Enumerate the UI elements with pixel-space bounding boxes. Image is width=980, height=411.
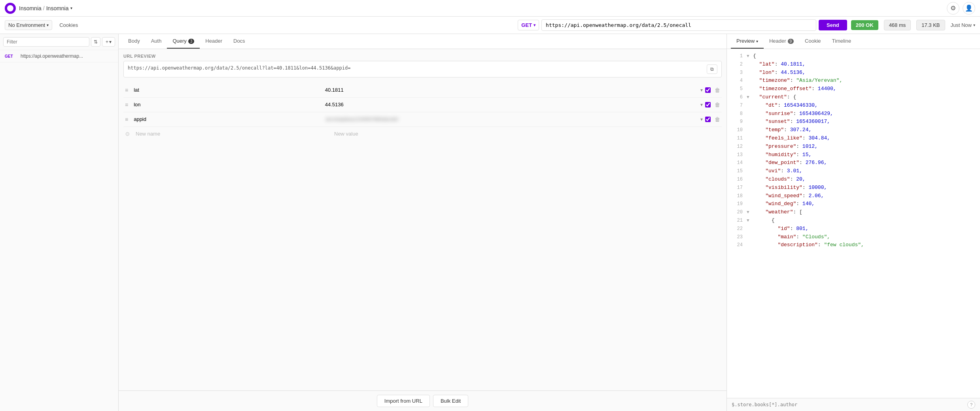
- toggle-button: [747, 185, 752, 192]
- response-tab-cookie[interactable]: Cookie: [799, 34, 826, 49]
- drag-handle-lon[interactable]: ≡: [123, 102, 130, 108]
- send-button[interactable]: Send: [819, 20, 847, 30]
- json-content: "dt": 1654346330,: [753, 102, 818, 110]
- cookies-button[interactable]: Cookies: [56, 21, 81, 30]
- preview-chevron: ▾: [756, 39, 758, 43]
- tab-query[interactable]: Query3: [167, 34, 200, 49]
- environment-selector[interactable]: No Environment ▾: [5, 20, 52, 30]
- main-layout: ⇅ + ▾ GET https://api.openweathermap... …: [0, 34, 980, 411]
- toggle-button[interactable]: ▼: [747, 209, 752, 216]
- json-line: 22 "id": 801,: [728, 225, 978, 233]
- line-number: 10: [732, 126, 743, 134]
- json-line: 15 "uvi": 3.01,: [728, 167, 978, 175]
- sidebar-request-item[interactable]: GET https://api.openweathermap...: [0, 50, 118, 62]
- app-logo[interactable]: [5, 3, 16, 14]
- query-bottom-bar: Import from URL Bulk Edit: [119, 390, 726, 411]
- method-selector[interactable]: GET ▾: [518, 20, 539, 30]
- tab-body[interactable]: Body: [123, 34, 146, 49]
- sidebar-filter-bar: ⇅ + ▾: [0, 34, 118, 50]
- param-dropdown-appid[interactable]: ▾: [700, 117, 703, 122]
- settings-icon[interactable]: ⚙: [947, 2, 959, 15]
- line-number: 15: [732, 168, 743, 175]
- workspace-chevron[interactable]: ▾: [70, 6, 72, 10]
- app-name: Insomnia: [19, 5, 42, 11]
- status-size-badge: 17.3 KB: [916, 20, 945, 30]
- param-delete-lon[interactable]: 🗑: [713, 102, 722, 108]
- new-param-value-input[interactable]: [333, 129, 722, 138]
- toggle-button[interactable]: ▼: [747, 94, 752, 101]
- toggle-button: [747, 234, 752, 241]
- toggle-button: [747, 160, 752, 167]
- json-content: "sunset": 1654360017,: [753, 118, 830, 126]
- jsonpath-input[interactable]: [732, 402, 967, 407]
- filter-input[interactable]: [3, 37, 89, 47]
- add-icon: +: [106, 39, 108, 45]
- json-content: "uvi": 3.01,: [753, 167, 802, 175]
- bulk-edit-button[interactable]: Bulk Edit: [433, 395, 468, 407]
- param-name-lon[interactable]: [132, 100, 321, 109]
- line-number: 19: [732, 200, 743, 208]
- json-line: 6▼ "current": {: [728, 93, 978, 102]
- toggle-button[interactable]: ▼: [747, 217, 752, 224]
- param-delete-appid[interactable]: 🗑: [713, 116, 722, 123]
- response-tab-preview[interactable]: Preview ▾: [731, 34, 764, 49]
- toggle-button[interactable]: ▼: [747, 53, 752, 60]
- line-number: 23: [732, 234, 743, 241]
- param-check-lat[interactable]: [705, 87, 711, 93]
- response-tab-header[interactable]: Header9: [764, 34, 799, 49]
- line-number: 11: [732, 135, 743, 142]
- response-tab-timeline[interactable]: Timeline: [827, 34, 857, 49]
- query-area: URL PREVIEW https://api.openweathermap.o…: [119, 49, 726, 390]
- url-preview-text: https://api.openweathermap.org/data/2.5/…: [128, 64, 704, 72]
- tab-header[interactable]: Header: [200, 34, 228, 49]
- json-line: 21▼ {: [728, 217, 978, 225]
- env-chevron: ▾: [47, 23, 49, 27]
- param-value-appid[interactable]: [324, 115, 698, 124]
- help-button[interactable]: ?: [967, 401, 975, 409]
- tab-auth[interactable]: Auth: [146, 34, 167, 49]
- toggle-button: [747, 70, 752, 77]
- json-line: 9 "sunset": 1654360017,: [728, 118, 978, 126]
- sidebar-url: https://api.openweathermap...: [21, 53, 83, 59]
- line-number: 22: [732, 225, 743, 233]
- copy-url-button[interactable]: ⧉: [707, 64, 717, 74]
- param-dropdown-lon[interactable]: ▾: [700, 102, 703, 107]
- tab-docs[interactable]: Docs: [228, 34, 251, 49]
- url-input[interactable]: [541, 19, 816, 31]
- json-content: "timezone": "Asia/Yerevan",: [753, 77, 842, 85]
- second-bar: No Environment ▾ Cookies GET ▾ Send 200 …: [0, 17, 980, 34]
- param-name-lat[interactable]: [132, 85, 321, 95]
- import-url-button[interactable]: Import from URL: [377, 395, 430, 407]
- add-request-button[interactable]: + ▾: [102, 37, 115, 47]
- sort-button[interactable]: ⇅: [91, 37, 100, 47]
- param-name-appid[interactable]: [132, 115, 321, 124]
- new-param-name-input[interactable]: [134, 129, 330, 138]
- sidebar-method: GET: [5, 54, 17, 58]
- just-now[interactable]: Just Now ▾: [951, 22, 975, 28]
- line-number: 13: [732, 151, 743, 159]
- param-dropdown-lat[interactable]: ▾: [700, 87, 703, 93]
- line-number: 5: [732, 85, 743, 93]
- drag-handle-lat[interactable]: ≡: [123, 87, 130, 93]
- toggle-button: [747, 111, 752, 118]
- param-delete-lat[interactable]: 🗑: [713, 87, 722, 93]
- json-content: "clouds": 20,: [753, 175, 806, 184]
- toggle-button: [747, 176, 752, 183]
- param-value-lat[interactable]: [324, 85, 698, 95]
- drag-handle-appid[interactable]: ≡: [123, 116, 130, 123]
- line-number: 18: [732, 192, 743, 200]
- json-line: 3 "lon": 44.5136,: [728, 69, 978, 77]
- request-tabs: Body Auth Query3 Header Docs: [119, 34, 726, 49]
- json-line: 11 "feels_like": 304.84,: [728, 134, 978, 143]
- param-check-lon[interactable]: [705, 102, 711, 107]
- json-line: 24 "description": "few clouds",: [728, 241, 978, 249]
- toggle-button: [747, 201, 752, 208]
- header-label: Header: [769, 38, 786, 44]
- param-value-lon[interactable]: [324, 100, 698, 109]
- json-line: 13 "humidity": 15,: [728, 151, 978, 159]
- user-icon[interactable]: 👤: [963, 2, 975, 15]
- url-preview-label: URL PREVIEW: [123, 54, 722, 58]
- toggle-button: [747, 102, 752, 109]
- param-row-appid: ≡ ▾ 🗑: [123, 112, 722, 127]
- param-check-appid[interactable]: [705, 117, 711, 122]
